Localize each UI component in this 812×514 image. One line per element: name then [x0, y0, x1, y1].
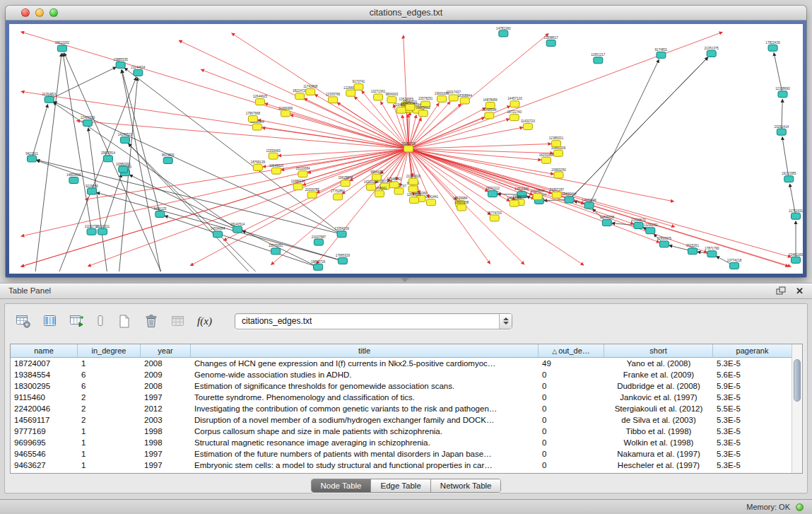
graph-node-teal[interactable]: 10774218: [727, 259, 742, 269]
graph-node-yellow[interactable]: 11432720: [521, 119, 536, 129]
table-vertical-scrollbar[interactable]: [792, 344, 802, 473]
graph-node-teal[interactable]: 20291414: [775, 125, 789, 135]
graph-node-teal[interactable]: 21144624: [131, 66, 146, 76]
network-graph-svg[interactable]: 1560781490704809615800942291114289523160…: [9, 24, 803, 274]
table-row[interactable]: 946554611997Estimation of the future num…: [11, 448, 792, 460]
delete-table-button[interactable]: [141, 312, 160, 330]
table-row[interactable]: 2242004622012Investigating the contribut…: [11, 403, 792, 414]
graph-edge[interactable]: [63, 53, 92, 231]
graph-node-teal[interactable]: 19213385: [782, 172, 796, 182]
graph-node-yellow[interactable]: 14878456: [483, 98, 498, 108]
minimize-window-button[interactable]: [35, 8, 44, 17]
graph-node-teal[interactable]: 14289523: [118, 133, 133, 143]
graph-edge[interactable]: [408, 149, 534, 199]
table-mode-button[interactable]: [13, 312, 33, 330]
graph-node-yellow[interactable]: 9964493: [370, 170, 383, 180]
graph-edge[interactable]: [408, 119, 510, 148]
graph-edge[interactable]: [589, 59, 659, 205]
graph-node-teal[interactable]: 13354109: [334, 227, 349, 237]
graph-edge[interactable]: [408, 149, 490, 264]
import-table-button[interactable]: [168, 312, 187, 330]
function-builder-button[interactable]: f(x): [195, 312, 214, 330]
graph-node-teal[interactable]: 14781360: [496, 27, 511, 37]
graph-edge[interactable]: [88, 149, 408, 267]
graph-node-yellow[interactable]: 17752851: [331, 189, 346, 199]
graph-edge[interactable]: [263, 149, 408, 168]
table-row[interactable]: 946362711997Embryonic stem cells: a mode…: [11, 460, 792, 471]
column-header-out-de[interactable]: △out_de…: [539, 344, 604, 358]
graph-node-yellow[interactable]: 12335766: [326, 93, 341, 103]
graph-node-teal[interactable]: 9456125: [153, 207, 166, 217]
graph-node-yellow[interactable]: 13393493: [266, 149, 281, 159]
graph-edge[interactable]: [129, 144, 249, 271]
graph-edge[interactable]: [408, 33, 548, 148]
graph-node-yellow[interactable]: 9806003: [385, 93, 398, 103]
graph-node-teal[interactable]: 15607814: [101, 151, 116, 161]
table-row[interactable]: 911546021997Tourette syndrome. Phenomeno…: [11, 392, 792, 403]
create-column-button[interactable]: [67, 312, 86, 330]
graph-node-yellow[interactable]: 10341441: [424, 195, 439, 205]
graph-edge[interactable]: [242, 231, 343, 261]
graph-node-teal[interactable]: 11751631: [789, 209, 803, 219]
tab-edge-table[interactable]: Edge Table: [371, 479, 430, 492]
column-header-name[interactable]: name: [11, 344, 78, 358]
table-row[interactable]: 969969511998Structural magnetic resonanc…: [11, 437, 792, 448]
column-header-title[interactable]: title: [191, 344, 539, 358]
tab-node-table[interactable]: Node Table: [312, 479, 372, 492]
graph-node-yellow[interactable]: 14457120: [507, 97, 522, 107]
table-row[interactable]: 1456911722003Disruption of a novel membe…: [11, 414, 792, 426]
graph-node-teal[interactable]: 9915261: [686, 244, 699, 254]
graph-edge[interactable]: [201, 69, 408, 148]
graph-edge[interactable]: [569, 57, 707, 200]
graph-node-yellow[interactable]: 18799139: [251, 160, 266, 170]
graph-edge[interactable]: [102, 174, 122, 231]
column-header-year[interactable]: year: [141, 344, 191, 358]
zoom-window-button[interactable]: [49, 8, 58, 17]
graph-node-teal[interactable]: 11182732: [85, 225, 99, 235]
delete-column-button[interactable]: [94, 312, 107, 330]
graph-node-teal[interactable]: 12108690: [775, 87, 790, 97]
graph-edge[interactable]: [317, 149, 408, 264]
show-columns-button[interactable]: [40, 312, 59, 330]
graph-node-yellow[interactable]: 12385331: [549, 136, 564, 146]
graph-node-teal[interactable]: 19610202: [55, 41, 70, 51]
table-row[interactable]: 1830029562008Estimation of significance …: [11, 380, 792, 392]
graph-node-teal[interactable]: 11951217: [591, 53, 606, 63]
graph-node-yellow[interactable]: 18368844: [458, 94, 473, 104]
graph-edge[interactable]: [37, 160, 342, 234]
graph-edge[interactable]: [37, 160, 237, 230]
graph-edge[interactable]: [404, 35, 408, 149]
graph-edge[interactable]: [21, 149, 408, 237]
graph-node-teal[interactable]: 9615800: [162, 153, 175, 163]
graph-node-teal[interactable]: 14809416: [66, 173, 81, 183]
graph-node-yellow[interactable]: 15110084: [295, 167, 310, 177]
graph-node-yellow[interactable]: 16201918: [539, 153, 554, 163]
table-row[interactable]: 1938455462009Genome-wide association stu…: [11, 369, 792, 380]
network-window[interactable]: citations_edges.txt 15607814907048096158…: [6, 6, 806, 277]
graph-edge[interactable]: [86, 149, 408, 200]
float-panel-button[interactable]: [775, 286, 786, 296]
split-pane-grip[interactable]: [401, 278, 409, 282]
graph-node-yellow[interactable]: 22036785: [305, 188, 319, 198]
graph-node-yellow[interactable]: 16774703: [488, 211, 502, 221]
graph-edge[interactable]: [88, 128, 107, 271]
table-selector-dropdown[interactable]: citations_edges.txt: [235, 313, 512, 329]
graph-node-yellow[interactable]: 10271361: [371, 90, 386, 100]
column-header-in-degree[interactable]: in_degree: [78, 344, 141, 358]
graph-node-teal[interactable]: 21764821: [42, 93, 57, 103]
graph-node-teal[interactable]: 14534084: [211, 227, 225, 237]
graph-node-teal[interactable]: 13998617: [543, 36, 558, 46]
close-window-button[interactable]: [21, 8, 30, 17]
graph-edge[interactable]: [32, 105, 48, 159]
graph-node-teal[interactable]: 21351375: [704, 47, 719, 57]
column-header-short[interactable]: short: [604, 344, 713, 358]
graph-edge[interactable]: [408, 149, 490, 216]
tab-network-table[interactable]: Network Table: [431, 479, 501, 492]
graph-node-yellow[interactable]: 20993250: [551, 168, 566, 178]
graph-node-teal[interactable]: 21007587: [312, 235, 326, 245]
graph-node-teal[interactable]: 17822430: [765, 41, 780, 51]
graph-edge[interactable]: [129, 175, 318, 267]
close-panel-button[interactable]: ✕: [794, 286, 805, 296]
graph-node-teal[interactable]: 15579051: [269, 244, 283, 254]
graph-node-teal[interactable]: 22461160: [789, 253, 803, 263]
